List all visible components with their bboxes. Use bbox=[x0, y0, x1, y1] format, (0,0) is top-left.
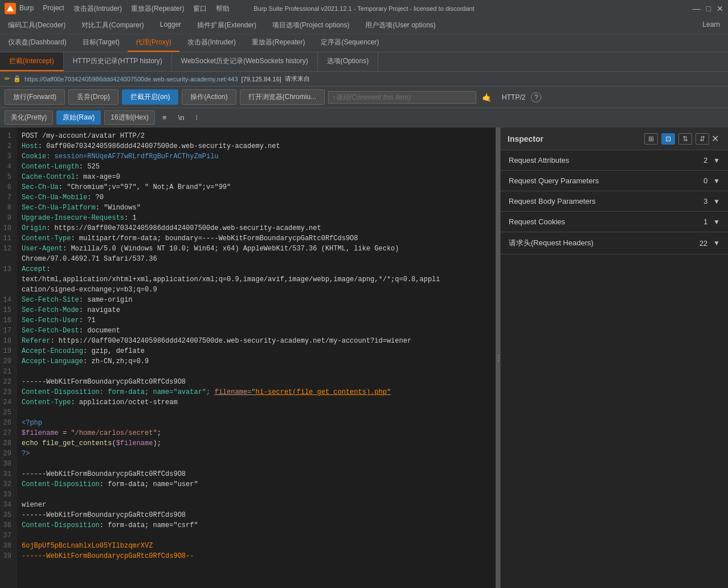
menu-extender[interactable]: 插件扩展(Extender) bbox=[189, 17, 264, 34]
inspector-section-label-2: Request Body Parameters bbox=[509, 197, 704, 205]
pretty-button[interactable]: 美化(Pretty) bbox=[5, 110, 53, 125]
newline-icon-button[interactable]: \n bbox=[174, 111, 189, 124]
inspector-section-2[interactable]: Request Body Parameters 3 ▼ bbox=[501, 191, 728, 212]
inspector-grid-button[interactable]: ⊞ bbox=[644, 133, 658, 145]
inspector-section-label-3: Request Cookies bbox=[509, 217, 704, 226]
close-button[interactable]: ✕ bbox=[717, 4, 723, 13]
menu-decoder[interactable]: 编码工具(Decoder) bbox=[0, 17, 73, 34]
menu-comparer[interactable]: 对比工具(Comparer) bbox=[73, 17, 152, 34]
inspector-section-label-0: Request Attributes bbox=[509, 156, 704, 165]
tab-options[interactable]: 选项(Options) bbox=[318, 52, 378, 71]
menu-window[interactable]: 窗口 bbox=[193, 4, 207, 14]
inspector-section-header-4[interactable]: 请求头(Request Headers) 22 ▼ bbox=[501, 232, 728, 254]
proxy-tab-bar: 拦截(Intercept) HTTP历史记录(HTTP history) Web… bbox=[0, 52, 728, 72]
drop-button[interactable]: 丢弃(Drop) bbox=[68, 89, 118, 105]
action-bar: 放行(Forward) 丢弃(Drop) 拦截开启(on) 操作(Action)… bbox=[0, 87, 728, 108]
menu-help[interactable]: 帮助 bbox=[216, 4, 230, 14]
inspector-title: Inspector bbox=[508, 134, 644, 143]
inspector-section-0[interactable]: Request Attributes 2 ▼ bbox=[501, 150, 728, 171]
menu-burp[interactable]: Burp bbox=[19, 4, 34, 14]
tab-http-history[interactable]: HTTP历史记录(HTTP history) bbox=[64, 52, 172, 71]
menu-project[interactable]: Project bbox=[43, 4, 64, 14]
tab-repeater[interactable]: 重放器(Repeater) bbox=[244, 34, 313, 52]
inspector-sections: Request Attributes 2 ▼ Request Query Par… bbox=[501, 150, 728, 254]
request-url: https://0aff00e70342405986ddd424007500de… bbox=[24, 76, 238, 83]
request-editor[interactable]: 123456789101112 13 141516171819202122232… bbox=[0, 128, 497, 588]
tab-target[interactable]: 目标(Target) bbox=[75, 34, 128, 52]
inspector-chevron-2: ▼ bbox=[713, 198, 720, 205]
hex-button[interactable]: 16进制(Hex) bbox=[104, 110, 155, 125]
inspector-chevron-1: ▼ bbox=[713, 177, 720, 185]
minimize-button[interactable]: — bbox=[693, 4, 701, 13]
tab-sequencer[interactable]: 定序器(Sequencer) bbox=[313, 34, 387, 52]
inspector-collapse-button[interactable]: ⇵ bbox=[696, 133, 709, 145]
inspector-section-header-1[interactable]: Request Query Parameters 0 ▼ bbox=[501, 171, 728, 191]
line-numbers: 123456789101112 13 141516171819202122232… bbox=[0, 128, 17, 588]
inspector-chevron-4: ▼ bbox=[713, 239, 720, 247]
tab-intruder[interactable]: 攻击器(Intruder) bbox=[179, 34, 244, 52]
inspector-header: Inspector ⊞ ⊡ ⇅ ⇵ ✕ bbox=[501, 128, 728, 150]
hand-icon: 🤙 bbox=[482, 93, 492, 102]
comment-field[interactable] bbox=[328, 91, 476, 104]
open-browser-button[interactable]: 打开浏览器(Chromiu... bbox=[240, 89, 325, 105]
raw-button[interactable]: 原始(Raw) bbox=[56, 110, 101, 125]
menu-learn[interactable]: Learn bbox=[694, 17, 728, 34]
request-origin-label: 请求来自 bbox=[285, 75, 310, 83]
menu-project-options[interactable]: 项目选项(Project options) bbox=[264, 17, 357, 34]
main-content: 123456789101112 13 141516171819202122232… bbox=[0, 128, 728, 588]
menu-user-options[interactable]: 用户选项(User options) bbox=[357, 17, 443, 34]
title-menu-items: Burp Project 攻击器(Intruder) 重放器(Repeater)… bbox=[19, 4, 230, 14]
inspector-tools: ⊞ ⊡ ⇅ ⇵ bbox=[644, 133, 709, 145]
secondary-menu-bar: 仪表盘(Dashboard) 目标(Target) 代理(Proxy) 攻击器(… bbox=[0, 34, 728, 52]
inspector-section-label-4: 请求头(Request Headers) bbox=[509, 238, 700, 248]
intercept-toggle[interactable]: 拦截开启(on) bbox=[122, 89, 178, 105]
http-version: HTTP/2 bbox=[502, 93, 525, 101]
inspector-chevron-0: ▼ bbox=[713, 157, 720, 165]
lock-icon: 🔒 bbox=[13, 75, 21, 83]
inspector-section-header-2[interactable]: Request Body Parameters 3 ▼ bbox=[501, 191, 728, 211]
maximize-button[interactable]: □ bbox=[706, 4, 711, 13]
edit-icon: ✏ bbox=[5, 75, 10, 83]
inspector-section-count-0: 2 bbox=[704, 156, 707, 165]
url-bar: ✏ 🔒 https://0aff00e70342405986ddd4240075… bbox=[0, 72, 728, 87]
code-area[interactable]: 123456789101112 13 141516171819202122232… bbox=[0, 128, 496, 588]
tab-intercept[interactable]: 拦截(Intercept) bbox=[0, 52, 64, 71]
search-icon-button[interactable]: ⁝ bbox=[191, 111, 202, 124]
inspector-section-count-3: 1 bbox=[704, 217, 707, 226]
inspector-close-button[interactable]: ✕ bbox=[709, 132, 721, 145]
request-ip: [79.125.84.16] bbox=[242, 76, 281, 83]
resize-handle[interactable] bbox=[497, 128, 500, 588]
inspector-section-header-0[interactable]: Request Attributes 2 ▼ bbox=[501, 150, 728, 170]
tab-proxy[interactable]: 代理(Proxy) bbox=[128, 34, 179, 52]
menu-repeater[interactable]: 重放器(Repeater) bbox=[131, 4, 184, 14]
window-controls: — □ ✕ bbox=[693, 4, 723, 13]
title-bar: Burp Project 攻击器(Intruder) 重放器(Repeater)… bbox=[0, 0, 728, 17]
inspector-section-label-1: Request Query Parameters bbox=[509, 176, 704, 185]
action-button[interactable]: 操作(Action) bbox=[182, 89, 236, 105]
inspector-section-count-1: 0 bbox=[704, 176, 707, 185]
forward-button[interactable]: 放行(Forward) bbox=[5, 89, 65, 105]
inspector-section-1[interactable]: Request Query Parameters 0 ▼ bbox=[501, 171, 728, 191]
inspector-panel: Inspector ⊞ ⊡ ⇅ ⇵ ✕ Request Attributes 2… bbox=[500, 128, 728, 588]
menu-logger[interactable]: Logger bbox=[152, 17, 189, 34]
inspector-section-count-2: 3 bbox=[704, 197, 707, 205]
menu-intruder[interactable]: 攻击器(Intruder) bbox=[73, 4, 122, 14]
format-bar: 美化(Pretty) 原始(Raw) 16进制(Hex) ≡ \n ⁝ bbox=[0, 108, 728, 128]
inspector-chevron-3: ▼ bbox=[713, 218, 720, 226]
tab-websocket-history[interactable]: WebSocket历史记录(WebSockets history) bbox=[172, 52, 318, 71]
main-menu-bar: 编码工具(Decoder) 对比工具(Comparer) Logger 插件扩展… bbox=[0, 17, 728, 34]
burp-logo bbox=[5, 3, 16, 14]
inspector-expand-button[interactable]: ⇅ bbox=[678, 133, 692, 145]
tab-dashboard[interactable]: 仪表盘(Dashboard) bbox=[0, 34, 75, 52]
inspector-list-button[interactable]: ⊡ bbox=[661, 133, 675, 145]
svg-marker-0 bbox=[7, 5, 14, 11]
inspector-section-header-3[interactable]: Request Cookies 1 ▼ bbox=[501, 212, 728, 232]
inspector-section-4[interactable]: 请求头(Request Headers) 22 ▼ bbox=[501, 232, 728, 254]
inspector-section-count-4: 22 bbox=[700, 239, 707, 248]
inspector-section-3[interactable]: Request Cookies 1 ▼ bbox=[501, 212, 728, 232]
code-content[interactable]: POST /my-account/avatar HTTP/2Host: 0aff… bbox=[17, 128, 496, 588]
help-icon[interactable]: ? bbox=[531, 92, 541, 102]
app-title: Burp Suite Professional v2021.12.1 - Tem… bbox=[253, 5, 474, 12]
wrap-icon-button[interactable]: ≡ bbox=[158, 111, 171, 124]
